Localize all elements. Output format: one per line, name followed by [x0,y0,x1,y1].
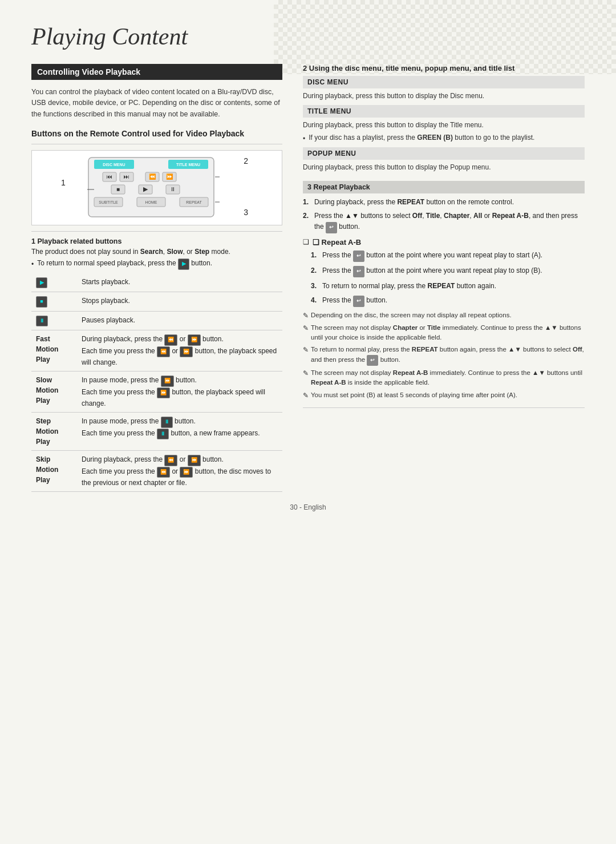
table-cell-label-step: StepMotionPlay [31,413,77,451]
note-1-text: Depending on the disc, the screen may no… [311,310,512,320]
step-num-1: 1. [303,197,311,208]
note-3-text: To return to normal play, press the REPE… [311,345,585,366]
note-icon-1: ✎ [303,310,309,321]
enter-btn-ab1: ↩ [353,251,364,262]
pause-btn-icon: ⏸ [36,316,48,327]
table-cell-label-slow: SlowMotionPlay [31,371,77,413]
title-menu-heading: TITLE MENU [303,105,585,118]
enter-btn-ab2: ↩ [353,266,364,277]
table-cell-icon: ■ [31,292,77,312]
bullet-return-text: To return to normal speed playback, pres… [37,258,212,270]
svg-text:▶: ▶ [143,185,148,192]
title-menu-bullet: • If your disc has a playlist, press the… [303,132,585,144]
svg-text:⏮: ⏮ [107,173,112,180]
rewind-icon2: ⏪ [157,346,170,358]
svg-text:■: ■ [116,186,120,192]
remote-diagram: 1 2 3 DISC MENU TITLE MENU ⏮ [31,150,282,225]
ffwd-icon-skip: ⏩ [188,455,201,466]
svg-text:SUBTITLE: SUBTITLE [99,200,118,204]
ffwd-icon-skip2: ⏩ [180,467,193,478]
subsection-heading-buttons: Buttons on the Remote Control used for V… [31,129,282,138]
table-cell-icon: ⏸ [31,311,77,330]
table-row: ▶ Starts playback. [31,273,282,292]
note-2-text: The screen may not display Chapter or Ti… [311,323,585,343]
svg-text:REPEAT: REPEAT [186,200,202,204]
section-2: 2 Using the disc menu, title menu, popup… [303,64,585,173]
svg-text:⏪: ⏪ [149,173,156,180]
page-title: Playing Content [31,23,585,50]
table-cell-icon: ▶ [31,273,77,292]
repeat-playback-heading: 3 Repeat Playback [303,181,585,193]
rewind-icon-skip: ⏪ [164,455,177,466]
bottom-divider [303,407,585,408]
repeat-step-2: 2. Press the ▲▼ buttons to select Off, T… [303,211,585,233]
enter-btn-icon: ↩ [326,222,337,233]
title-menu-bullet-text: If your disc has a playlist, press the G… [309,132,534,143]
ab-step-num-2: 2. [311,265,319,276]
svg-text:HOME: HOME [145,200,157,204]
ffwd-icon4: ⏩ [157,387,170,399]
play-btn-icon: ▶ [36,277,47,289]
ab-step-num-3: 3. [311,281,319,292]
ffwd-icon2: ⏩ [180,346,193,358]
table-cell-desc-fast: During playback, press the ⏪ or ⏩ button… [77,330,282,371]
disc-menu-text: During playback, press this button to di… [303,91,585,102]
popup-menu-text: During playback, press this button to di… [303,162,585,173]
title-menu-desc: During playback, press this button to di… [303,120,585,131]
popup-menu-heading: POPUP MENU [303,147,585,160]
divider-1 [31,144,282,144]
playback-note-text: The product does not play sound in Searc… [31,248,282,256]
ffwd-icon3: ⏩ [161,375,174,387]
title-menu-text: During playback, press this button to di… [303,120,585,144]
disc-menu-desc: During playback, press this button to di… [303,91,585,102]
intro-text: You can control the playback of video co… [31,87,282,120]
remote-svg: 1 2 3 DISC MENU TITLE MENU ⏮ [77,156,237,219]
repeat-playback-label: 3 Repeat Playback [307,183,370,191]
note-4: ✎ The screen may not display Repeat A-B … [303,368,585,388]
stop-btn-icon: ■ [36,296,47,308]
ab-step-num-1: 1. [311,250,319,261]
table-cell-label-fast: FastMotionPlay [31,330,77,371]
note-icon-4: ✎ [303,368,309,378]
step-num-2: 2. [303,211,311,221]
repeat-step-2-text: Press the ▲▼ buttons to select Off, Titl… [314,211,585,233]
note-5: ✎ You must set point (B) at least 5 seco… [303,390,585,401]
table-row-slow-motion: SlowMotionPlay In pause mode, press the … [31,371,282,413]
diagram-label-2: 2 [244,156,248,165]
table-row: ■ Stops playback. [31,292,282,312]
table-cell-desc: Pauses playback. [77,311,282,330]
section-heading-controlling: Controlling Video Playback [31,64,282,80]
repeat-step-1-text: During playback, press the REPEAT button… [314,197,514,208]
section-3: 3 Repeat Playback 1. During playback, pr… [303,181,585,408]
diagram-label-3: 3 [244,208,248,217]
enter-btn-note3: ↩ [367,355,378,366]
page-container: Playing Content Controlling Video Playba… [0,0,616,534]
ab-step-4-text: Press the ↩ button. [322,295,387,307]
bullet-dot: • [31,259,34,269]
note-icon-2: ✎ [303,323,309,333]
play-icon-btn: ▶ [178,259,189,270]
table-row-step-motion: StepMotionPlay In pause mode, press the … [31,413,282,451]
divider-2 [31,231,282,232]
playback-note-section: 1 Playback related buttons The product d… [31,237,282,270]
repeat-steps-list: 1. During playback, press the REPEAT but… [303,197,585,233]
note-icon-5: ✎ [303,390,309,401]
ffwd-icon: ⏩ [188,334,201,346]
pause-icon-step: ⏸ [161,417,173,428]
repeat-ab-label: ❑ ❑ Repeat A-B [303,237,585,248]
rewind-icon-skip2: ⏪ [157,467,170,478]
ab-step-1-text: Press the ↩ button at the point where yo… [322,250,542,262]
note-2: ✎ The screen may not display Chapter or … [303,323,585,343]
repeat-ab-steps-list: 1. Press the ↩ button at the point where… [311,250,585,306]
ab-step-4: 4. Press the ↩ button. [311,295,585,307]
diagram-label-1: 1 [61,178,66,187]
page-number: 30 - English [31,503,585,511]
note-1: ✎ Depending on the disc, the screen may … [303,310,585,321]
table-cell-desc-step: In pause mode, press the ⏸ button. Each … [77,413,282,451]
playback-note-heading: 1 Playback related buttons [31,237,282,245]
bullet-return: • To return to normal speed playback, pr… [31,258,282,270]
rewind-icon: ⏪ [164,334,177,346]
remote-svg-image: DISC MENU TITLE MENU ⏮ ⏭ ⏪ ⏩ [77,156,225,218]
ab-step-num-4: 4. [311,295,319,306]
popup-menu-desc: During playback, press this button to di… [303,162,585,173]
